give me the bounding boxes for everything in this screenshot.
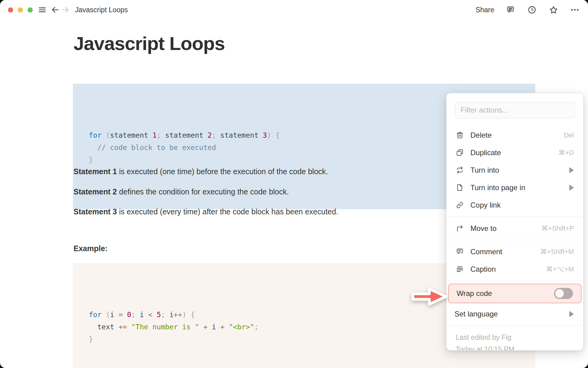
zoom-window-button[interactable] [28, 7, 33, 13]
comment-icon [456, 247, 464, 256]
block-actions-menu: Delete Del Duplicate ⌘+D Turn into Turn … [446, 93, 583, 351]
shortcut: ⌘+D [558, 149, 574, 157]
menu-item-caption[interactable]: Caption ⌘+⌥+M [447, 260, 583, 278]
menu-divider [447, 240, 583, 240]
menu-item-comment[interactable]: Comment ⌘+Shift+M [447, 243, 583, 260]
topbar: Javascript Loops Share [0, 0, 588, 20]
minimize-window-button[interactable] [18, 7, 23, 13]
submenu-arrow-icon [569, 311, 574, 317]
menu-item-wrap-code[interactable]: Wrap code [448, 284, 582, 303]
share-button[interactable]: Share [476, 6, 494, 14]
wrap-code-toggle[interactable] [554, 288, 573, 299]
menu-item-copy-link[interactable]: Copy link [447, 196, 583, 214]
menu-divider [447, 325, 583, 326]
shortcut: Del [564, 131, 574, 139]
trash-icon [456, 131, 464, 139]
menu-item-duplicate[interactable]: Duplicate ⌘+D [447, 144, 583, 161]
page-icon [456, 183, 464, 192]
menu-item-turn-into-page-in[interactable]: Turn into page in [447, 179, 583, 196]
traffic-lights [8, 7, 33, 13]
last-edited-time: Today at 10:15 PM [456, 343, 574, 351]
history-icon[interactable] [527, 5, 537, 15]
sidebar-menu-icon[interactable] [37, 5, 47, 15]
close-window-button[interactable] [8, 7, 13, 13]
page-title: Javascript Loops [74, 33, 225, 54]
menu-divider [447, 281, 583, 281]
more-icon[interactable] [570, 5, 580, 15]
submenu-arrow-icon [569, 185, 574, 191]
link-icon [456, 201, 464, 209]
move-to-icon [456, 224, 464, 232]
duplicate-icon [456, 148, 464, 157]
paragraph-statement-1: Statement 1 is executed (one time) befor… [74, 166, 328, 177]
window-title: Javascript Loops [75, 6, 128, 14]
shortcut: ⌘+Shift+P [541, 224, 574, 232]
back-icon[interactable] [50, 5, 60, 15]
paragraph-statement-2: Statement 2 defines the condition for ex… [74, 186, 289, 197]
menu-divider [447, 217, 583, 217]
callout-arrow-icon [410, 285, 450, 309]
menu-item-move-to[interactable]: Move to ⌘+Shift+P [447, 220, 583, 237]
paragraph-statement-3: Statement 3 is executed (every time) aft… [74, 206, 338, 217]
star-icon[interactable] [548, 5, 559, 15]
menu-item-set-language[interactable]: Set language [447, 305, 583, 323]
example-label: Example: [74, 244, 107, 253]
menu-item-delete[interactable]: Delete Del [447, 126, 583, 144]
menu-footer: Last edited by Fig Today at 10:15 PM [447, 328, 583, 351]
filter-actions-input[interactable] [455, 102, 575, 118]
menu-item-turn-into[interactable]: Turn into [447, 161, 583, 179]
turn-into-icon [456, 166, 464, 174]
forward-icon[interactable] [60, 5, 71, 15]
shortcut: ⌘+⌥+M [546, 265, 574, 273]
caption-icon [456, 265, 464, 273]
submenu-arrow-icon [569, 167, 574, 173]
toggle-knob [555, 289, 564, 298]
shortcut: ⌘+Shift+M [540, 248, 574, 256]
comments-icon[interactable] [505, 5, 516, 15]
last-edited-by: Last edited by Fig [456, 332, 574, 343]
app-window: Javascript Loops Share Javascript Loops … [0, 0, 588, 368]
